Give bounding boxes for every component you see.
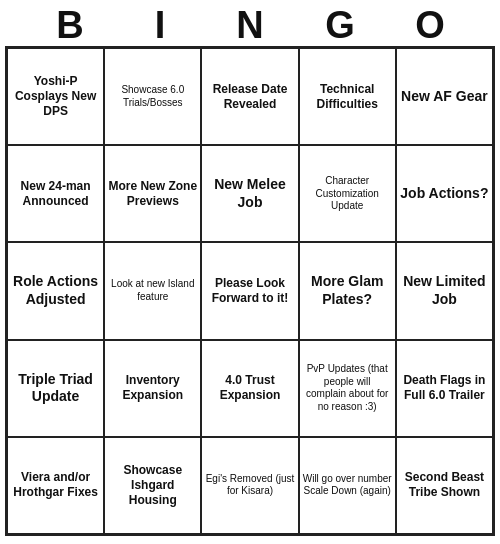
bingo-cell-0[interactable]: Yoshi-P Cosplays New DPS [7, 48, 104, 145]
bingo-letter-b: B [25, 6, 115, 44]
bingo-cell-24[interactable]: Second Beast Tribe Shown [396, 437, 493, 534]
bingo-cell-4[interactable]: New AF Gear [396, 48, 493, 145]
bingo-cell-18[interactable]: PvP Updates (that people will complain a… [299, 340, 396, 437]
bingo-cell-8[interactable]: Character Customization Update [299, 145, 396, 242]
bingo-cell-10[interactable]: Role Actions Adjusted [7, 242, 104, 339]
bingo-cell-2[interactable]: Release Date Revealed [201, 48, 298, 145]
bingo-cell-22[interactable]: Egi's Removed (just for Kisara) [201, 437, 298, 534]
bingo-letter-g: G [295, 6, 385, 44]
bingo-cell-1[interactable]: Showcase 6.0 Trials/Bosses [104, 48, 201, 145]
bingo-cell-14[interactable]: New Limited Job [396, 242, 493, 339]
bingo-cell-19[interactable]: Death Flags in Full 6.0 Trailer [396, 340, 493, 437]
bingo-cell-3[interactable]: Technical Difficulties [299, 48, 396, 145]
bingo-cell-12[interactable]: Please Look Forward to it! [201, 242, 298, 339]
bingo-cell-11[interactable]: Look at new Island feature [104, 242, 201, 339]
bingo-cell-15[interactable]: Triple Triad Update [7, 340, 104, 437]
bingo-letter-i: I [115, 6, 205, 44]
bingo-cell-23[interactable]: Will go over number Scale Down (again) [299, 437, 396, 534]
bingo-letter-o: O [385, 6, 475, 44]
bingo-cell-13[interactable]: More Glam Plates? [299, 242, 396, 339]
bingo-grid: Yoshi-P Cosplays New DPSShowcase 6.0 Tri… [5, 46, 495, 536]
bingo-cell-5[interactable]: New 24-man Announced [7, 145, 104, 242]
bingo-cell-20[interactable]: Viera and/or Hrothgar Fixes [7, 437, 104, 534]
bingo-cell-21[interactable]: Showcase Ishgard Housing [104, 437, 201, 534]
bingo-header: BINGO [0, 0, 500, 46]
bingo-letter-n: N [205, 6, 295, 44]
bingo-cell-16[interactable]: Inventory Expansion [104, 340, 201, 437]
bingo-cell-9[interactable]: Job Actions? [396, 145, 493, 242]
bingo-cell-17[interactable]: 4.0 Trust Expansion [201, 340, 298, 437]
bingo-cell-7[interactable]: New Melee Job [201, 145, 298, 242]
bingo-cell-6[interactable]: More New Zone Previews [104, 145, 201, 242]
